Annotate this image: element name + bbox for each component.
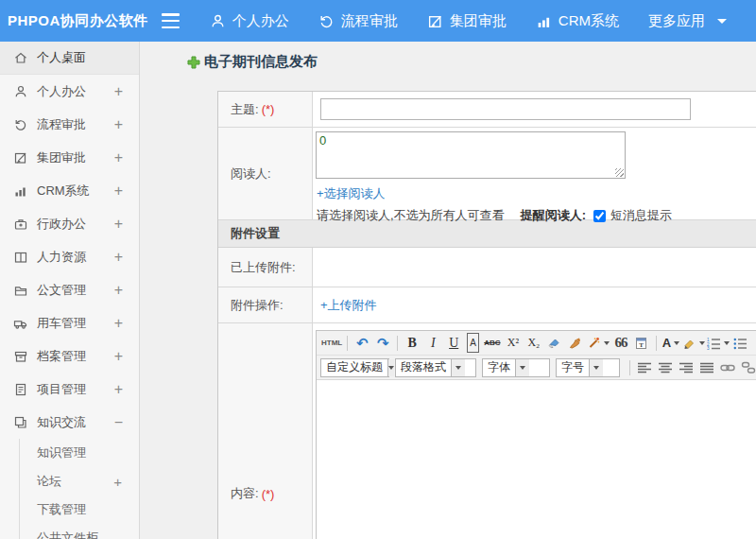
sidebar-subitem-knowledge-management[interactable]: 知识管理 bbox=[20, 439, 139, 467]
select-value: 段落格式 bbox=[396, 359, 451, 376]
topnav-personal-office[interactable]: 个人办公 bbox=[210, 12, 289, 30]
sidebar-item-crm-system[interactable]: CRM系统 + bbox=[0, 174, 139, 207]
sidebar-item-vehicle-management[interactable]: 用车管理 + bbox=[0, 306, 139, 339]
sidebar: 个人桌面 个人办公 + 流程审批 + 集团审批 + CRM系统 + 行政办公 +… bbox=[0, 42, 140, 539]
insert-link-button[interactable] bbox=[717, 357, 738, 377]
highlight-color-button[interactable] bbox=[681, 333, 706, 353]
paste-clipboard-icon: T bbox=[634, 336, 648, 350]
uploaded-attachments-row: 已上传附件: bbox=[218, 248, 756, 287]
font-size-select[interactable]: 字号 bbox=[556, 358, 620, 377]
blockquote-button[interactable]: 66 bbox=[610, 333, 631, 353]
sms-remind-checkbox[interactable] bbox=[593, 210, 606, 222]
format-painter-button[interactable] bbox=[565, 333, 586, 353]
svg-text:T: T bbox=[640, 341, 644, 349]
bold-button[interactable]: B bbox=[402, 333, 422, 353]
content-label-cell: 内容: (*) bbox=[218, 323, 313, 539]
auto-typeset-wand-button[interactable] bbox=[586, 333, 610, 353]
topnav-group-approval[interactable]: 集团审批 bbox=[427, 12, 507, 30]
paragraph-format-select[interactable]: 段落格式 bbox=[395, 358, 476, 377]
toolbar-separator bbox=[629, 360, 630, 375]
sidebar-item-personal-desktop[interactable]: 个人桌面 bbox=[0, 42, 139, 75]
undo-button[interactable]: ↶ bbox=[352, 333, 372, 353]
expand-plus-icon[interactable]: + bbox=[114, 183, 123, 199]
book-icon bbox=[13, 250, 28, 265]
expand-plus-icon[interactable]: + bbox=[114, 150, 123, 165]
editor-content-area[interactable] bbox=[317, 380, 756, 539]
upload-attachment-link[interactable]: +上传附件 bbox=[320, 297, 377, 314]
content-label: 内容: bbox=[231, 485, 259, 502]
topnav-workflow-approval[interactable]: 流程审批 bbox=[318, 12, 398, 30]
sidebar-subitem-download-management[interactable]: 下载管理 bbox=[20, 496, 139, 524]
expand-plus-icon[interactable]: + bbox=[114, 283, 123, 298]
subscript-button[interactable]: X₂ bbox=[524, 333, 544, 353]
sidebar-item-archive-management[interactable]: 档案管理 + bbox=[0, 339, 139, 373]
sidebar-item-label: 知识交流 bbox=[37, 414, 114, 431]
select-dropdown-button[interactable] bbox=[387, 359, 394, 376]
align-center-button[interactable] bbox=[655, 357, 676, 377]
font-color-button[interactable]: A bbox=[661, 333, 681, 353]
underline-button[interactable]: U bbox=[443, 333, 464, 353]
expand-plus-icon[interactable]: + bbox=[114, 382, 123, 397]
custom-heading-select[interactable]: 自定义标题 bbox=[320, 358, 389, 377]
sidebar-item-workflow-approval[interactable]: 流程审批 + bbox=[0, 108, 139, 141]
eraser-icon bbox=[547, 336, 561, 350]
subject-label: 主题: bbox=[231, 101, 259, 118]
align-right-button[interactable] bbox=[676, 357, 696, 377]
expand-plus-icon[interactable]: + bbox=[114, 250, 123, 265]
sidebar-item-group-approval[interactable]: 集团审批 + bbox=[0, 141, 139, 174]
sms-remind-label: 短消息提示 bbox=[610, 207, 672, 224]
font-family-select[interactable]: 字体 bbox=[482, 358, 550, 377]
unordered-list-button[interactable] bbox=[730, 333, 751, 353]
italic-button[interactable]: I bbox=[422, 333, 443, 353]
sidebar-submenu-knowledge: 知识管理 论坛 + 下载管理 公共文件柜 bbox=[19, 439, 139, 539]
hamburger-menu-icon[interactable] bbox=[162, 13, 180, 28]
sidebar-item-admin-office[interactable]: 行政办公 + bbox=[0, 207, 139, 240]
expand-plus-icon[interactable]: + bbox=[114, 117, 123, 132]
select-dropdown-button[interactable] bbox=[515, 359, 529, 376]
select-value: 字号 bbox=[557, 359, 589, 376]
strikethrough-button[interactable]: ABC bbox=[482, 333, 503, 353]
expand-plus-icon[interactable]: + bbox=[114, 217, 123, 232]
sidebar-item-label: 用车管理 bbox=[37, 315, 114, 332]
redo-button[interactable]: ↷ bbox=[372, 333, 393, 353]
select-dropdown-button[interactable] bbox=[589, 359, 603, 376]
ordered-list-button[interactable]: 123 bbox=[706, 333, 730, 353]
expand-plus-icon[interactable]: + bbox=[113, 474, 122, 490]
char-border-button[interactable]: A bbox=[467, 333, 479, 353]
remove-format-eraser-button[interactable] bbox=[544, 333, 565, 353]
chevron-down-icon bbox=[717, 19, 727, 24]
align-left-button[interactable] bbox=[634, 357, 655, 377]
expand-plus-icon[interactable]: + bbox=[114, 84, 123, 99]
sidebar-item-personal-office[interactable]: 个人办公 + bbox=[0, 75, 139, 108]
ordered-list-icon: 123 bbox=[707, 337, 721, 350]
sidebar-item-label: CRM系统 bbox=[37, 183, 114, 200]
align-justify-button[interactable] bbox=[696, 357, 717, 377]
uploaded-attachments-label: 已上传附件: bbox=[231, 259, 296, 276]
select-dropdown-button[interactable] bbox=[451, 359, 465, 376]
chevron-down-icon bbox=[699, 341, 705, 345]
expand-plus-icon[interactable]: + bbox=[114, 349, 123, 364]
sidebar-item-document-management[interactable]: 公文管理 + bbox=[0, 273, 139, 306]
sidebar-item-human-resources[interactable]: 人力资源 + bbox=[0, 240, 139, 273]
subject-input[interactable] bbox=[320, 98, 691, 120]
attachment-op-label: 附件操作: bbox=[231, 297, 284, 314]
topnav-crm-system[interactable]: CRM系统 bbox=[536, 12, 619, 30]
sidebar-item-project-management[interactable]: 项目管理 + bbox=[0, 373, 139, 406]
superscript-button[interactable]: X² bbox=[503, 333, 524, 353]
expand-plus-icon[interactable]: + bbox=[114, 316, 123, 331]
sidebar-subitem-public-file-cabinet[interactable]: 公共文件柜 bbox=[20, 524, 139, 539]
html-source-button[interactable]: HTML bbox=[320, 333, 343, 353]
sidebar-item-knowledge-exchange[interactable]: 知识交流 − bbox=[0, 406, 139, 439]
select-readers-link[interactable]: +选择阅读人 bbox=[317, 185, 386, 202]
remove-link-button[interactable] bbox=[738, 357, 756, 377]
rotate-arrow-icon bbox=[318, 13, 335, 29]
sidebar-subitem-forum[interactable]: 论坛 + bbox=[20, 467, 139, 496]
topnav-label: 流程审批 bbox=[341, 12, 398, 30]
collapse-minus-icon[interactable]: − bbox=[114, 415, 123, 430]
topnav-more-apps[interactable]: 更多应用 bbox=[648, 12, 727, 30]
attachment-section-header: 附件设置 bbox=[218, 220, 756, 248]
align-center-icon bbox=[659, 362, 673, 374]
paste-text-button[interactable]: T bbox=[631, 333, 652, 353]
readers-textarea[interactable]: 0 bbox=[316, 131, 626, 179]
edit-square-icon bbox=[427, 13, 443, 29]
